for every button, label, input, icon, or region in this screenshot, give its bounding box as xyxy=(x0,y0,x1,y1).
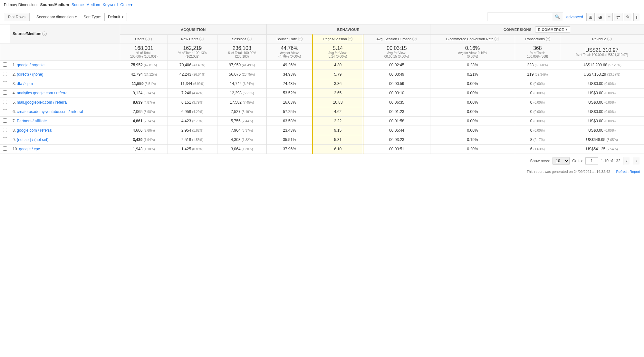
row-revenue: US$0.00 (0.00%) xyxy=(560,117,644,126)
plot-rows-button[interactable]: Plot Rows xyxy=(4,13,30,21)
primary-dim-keyword[interactable]: Keyword xyxy=(103,3,118,7)
source-medium-link[interactable]: analytics.google.com / referral xyxy=(17,91,68,95)
edit-view-button[interactable]: ✎ xyxy=(624,13,632,21)
goto-input[interactable] xyxy=(585,157,598,164)
row-checkbox[interactable] xyxy=(3,128,7,132)
compare-view-button[interactable]: ⇄ xyxy=(614,13,622,21)
row-checkbox[interactable] xyxy=(3,146,7,151)
pie-view-button[interactable]: ◕ xyxy=(596,13,604,21)
source-medium-link[interactable]: dfa / cpm xyxy=(17,81,33,86)
row-revenue: US$0.00 (0.00%) xyxy=(560,98,644,107)
avg-session-info-icon[interactable]: ? xyxy=(412,37,417,41)
bounce-rate-info-icon[interactable]: ? xyxy=(298,37,303,41)
row-ecommerce-conversion: 0.23% xyxy=(430,61,515,70)
row-transactions: 0 (0.00%) xyxy=(515,98,560,107)
show-rows-select[interactable]: 10 25 50 100 xyxy=(553,157,570,165)
new-users-info-icon[interactable]: ? xyxy=(199,37,204,41)
row-ecommerce-conversion: 0.00% xyxy=(430,98,515,107)
users-info-icon[interactable]: ? xyxy=(145,37,150,41)
row-checkbox[interactable] xyxy=(3,109,7,113)
caret-down-icon: ▾ xyxy=(565,27,568,32)
row-checkbox[interactable] xyxy=(3,118,7,123)
row-sessions: 12,298 (5.21%) xyxy=(217,89,267,98)
primary-dim-medium[interactable]: Medium xyxy=(86,3,100,7)
primary-dim-other[interactable]: Other ▾ xyxy=(120,3,132,7)
row-checkbox[interactable] xyxy=(3,72,7,76)
totals-avg-session-cell: 00:03:15 Avg for View: 00:03:15 (0.00%) xyxy=(363,43,430,61)
footer-bar: Show rows: 10 25 50 100 Go to: 1-10 of 1… xyxy=(0,154,644,168)
bounce-rate-col-header[interactable]: Bounce Rate ? xyxy=(267,35,312,43)
advanced-link[interactable]: advanced xyxy=(566,15,583,19)
source-medium-link[interactable]: (direct) / (none) xyxy=(17,72,43,77)
transactions-col-header[interactable]: Transactions ? xyxy=(515,35,560,43)
source-medium-link[interactable]: google / cpc xyxy=(19,147,40,151)
revenue-info-icon[interactable]: ? xyxy=(607,37,612,41)
row-checkbox[interactable] xyxy=(3,100,7,104)
grid-view-button[interactable]: ⊞ xyxy=(586,13,595,21)
row-checkbox[interactable] xyxy=(3,62,7,67)
new-users-col-header[interactable]: New Users ? xyxy=(168,35,217,43)
row-pages-session: 4.30 xyxy=(312,61,363,70)
source-medium-link[interactable]: Partners / affiliate xyxy=(17,119,47,123)
sessions-info-icon[interactable]: ? xyxy=(247,37,252,41)
search-button[interactable]: 🔍 xyxy=(552,13,563,21)
show-rows-label: Show rows: xyxy=(530,159,550,163)
row-source-medium: 10. google / cpc xyxy=(10,145,120,154)
transactions-info-icon[interactable]: ? xyxy=(546,37,550,41)
row-checkbox-cell xyxy=(0,107,10,117)
row-users: 3,439 (1.94%) xyxy=(120,135,168,145)
revenue-col-header[interactable]: Revenue ? xyxy=(560,35,644,43)
sessions-col-header[interactable]: Sessions ? xyxy=(217,35,267,43)
secondary-dimension-dropdown[interactable]: Secondary dimension ▾ xyxy=(33,13,80,21)
totals-revenue-cell: US$21,310.97 % of Total: 100.00% (US$21,… xyxy=(560,43,644,61)
row-new-users: 6,151 (3.79%) xyxy=(168,98,217,107)
pages-session-col-header[interactable]: Pages/Session ? xyxy=(312,35,363,43)
totals-sessions-cell: 236,103 % of Total: 100.00% (236,103) xyxy=(217,43,267,61)
row-bounce-rate: 74.43% xyxy=(267,79,312,89)
row-sessions: 17,582 (7.45%) xyxy=(217,98,267,107)
source-medium-info-icon[interactable]: ? xyxy=(42,32,47,36)
sort-down-icon[interactable]: ↓ xyxy=(151,37,153,41)
search-box: 🔍 xyxy=(487,13,563,21)
row-checkbox[interactable] xyxy=(3,137,7,141)
ecommerce-conversion-col-header[interactable]: E-commerce Conversion Rate ? xyxy=(430,35,515,43)
row-source-medium: 5. mall.googleplex.com / referral xyxy=(10,98,120,107)
row-sessions: 14,742 (6.24%) xyxy=(217,79,267,89)
pages-session-info-icon[interactable]: ? xyxy=(348,37,352,41)
source-medium-link[interactable]: google.com / referral xyxy=(17,128,52,133)
source-medium-link[interactable]: google / organic xyxy=(17,63,44,67)
primary-dim-label: Primary Dimension: xyxy=(4,3,38,7)
row-avg-session-duration: 00:03:10 xyxy=(363,89,430,98)
next-page-button[interactable]: › xyxy=(633,157,640,165)
row-bounce-rate: 37.96% xyxy=(267,145,312,154)
row-avg-session-duration: 00:02:45 xyxy=(363,61,430,70)
search-input[interactable] xyxy=(487,13,552,21)
ecommerce-conversion-info-icon[interactable]: ? xyxy=(495,37,499,41)
row-checkbox-cell xyxy=(0,117,10,126)
row-transactions: 8 (2.17%) xyxy=(515,135,560,145)
row-users: 8,639 (4.87%) xyxy=(120,98,168,107)
more-view-button[interactable]: ⫿ xyxy=(633,13,640,21)
refresh-report-link[interactable]: Refresh Report xyxy=(616,170,640,174)
primary-dim-source[interactable]: Source xyxy=(72,3,84,7)
row-users: 42,794 (24.12%) xyxy=(120,70,168,79)
row-checkbox[interactable] xyxy=(3,90,7,95)
row-transactions: 119 (32.34%) xyxy=(515,70,560,79)
row-bounce-rate: 57.25% xyxy=(267,107,312,117)
row-pages-session: 5.31 xyxy=(312,135,363,145)
row-checkbox[interactable] xyxy=(3,81,7,85)
source-medium-link[interactable]: (not set) / (not set) xyxy=(17,137,48,142)
source-medium-link[interactable]: creatoracademy.youtube.com / referral xyxy=(17,109,83,114)
row-avg-session-duration: 00:00:59 xyxy=(363,79,430,89)
avg-session-duration-col-header[interactable]: Avg. Session Duration ? xyxy=(363,35,430,43)
prev-page-button[interactable]: ‹ xyxy=(623,157,630,165)
source-medium-link[interactable]: mall.googleplex.com / referral xyxy=(17,100,67,105)
totals-checkbox-cell xyxy=(0,43,10,61)
sort-type-dropdown[interactable]: Default ▾ xyxy=(104,13,127,21)
table-row: 8. google.com / referral 4,606 (2.60%) 2… xyxy=(0,126,644,135)
row-new-users: 2,954 (1.82%) xyxy=(168,126,217,135)
table-view-button[interactable]: ≡ xyxy=(606,13,613,21)
row-transactions: 0 (0.00%) xyxy=(515,107,560,117)
table-row: 4. analytics.google.com / referral 9,124… xyxy=(0,89,644,98)
ecommerce-dropdown[interactable]: E-commerce ▾ xyxy=(535,26,571,33)
